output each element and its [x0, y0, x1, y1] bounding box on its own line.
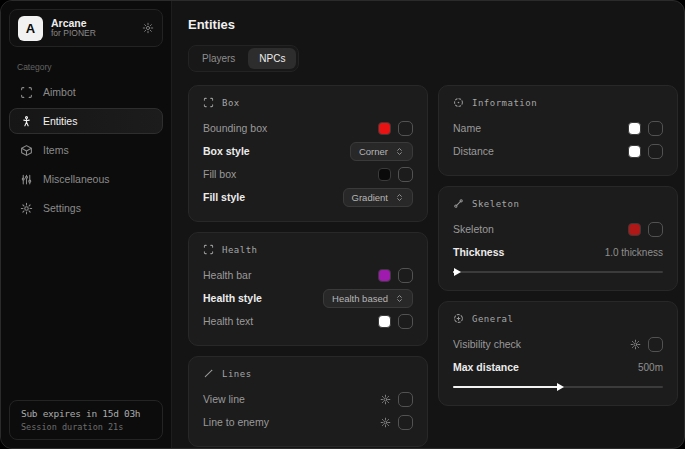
gear-icon[interactable] — [380, 417, 391, 428]
setting-label: Fill box — [203, 168, 236, 180]
page-title: Entities — [188, 17, 670, 32]
info-icon — [453, 97, 464, 108]
tab-players[interactable]: Players — [191, 48, 246, 69]
chevrons-up-down-icon — [395, 147, 404, 156]
person-icon — [20, 115, 33, 128]
dropdown-value: Health based — [332, 293, 388, 304]
information-card-header: Information — [453, 97, 663, 108]
setting-label: Skeleton — [453, 223, 494, 235]
card-title: General — [472, 314, 513, 324]
brand-initial: A — [26, 21, 35, 36]
health-style-dropdown[interactable]: Health based — [323, 289, 413, 308]
setting-row-distance: Distance — [453, 140, 663, 162]
setting-row-max-distance: Max distance 500m — [453, 356, 663, 378]
sidebar-item-items[interactable]: Items — [9, 137, 163, 163]
card-title: Information — [472, 98, 537, 108]
setting-row-line-to-enemy: Line to enemy — [203, 411, 413, 433]
tab-npcs[interactable]: NPCs — [248, 48, 296, 69]
color-swatch[interactable] — [378, 168, 391, 181]
color-swatch[interactable] — [378, 315, 391, 328]
bone-icon — [453, 198, 464, 209]
color-swatch[interactable] — [378, 269, 391, 282]
color-swatch[interactable] — [378, 122, 391, 135]
name-checkbox[interactable] — [648, 121, 663, 136]
thickness-slider[interactable] — [453, 267, 663, 277]
color-swatch[interactable] — [628, 122, 641, 135]
max-distance-slider[interactable] — [453, 382, 663, 392]
left-column: Box Bounding box Box style Corner — [188, 85, 428, 447]
fill-box-checkbox[interactable] — [398, 167, 413, 182]
sidebar-item-miscellaneous[interactable]: Miscellaneous — [9, 166, 163, 192]
color-swatch[interactable] — [628, 145, 641, 158]
sidebar-item-label: Miscellaneous — [43, 173, 110, 185]
gear-icon[interactable] — [142, 22, 154, 34]
line-to-enemy-checkbox[interactable] — [398, 415, 413, 430]
gear-icon[interactable] — [630, 339, 641, 350]
general-card: General Visibility check — [438, 301, 678, 406]
setting-label: Max distance — [453, 361, 519, 373]
setting-row-health-style: Health style Health based — [203, 287, 413, 309]
box-card-header: Box — [203, 97, 413, 108]
lines-card-header: Lines — [203, 368, 413, 379]
sidebar-item-label: Settings — [43, 202, 81, 214]
setting-label: Fill style — [203, 191, 245, 203]
distance-checkbox[interactable] — [648, 144, 663, 159]
box-style-dropdown[interactable]: Corner — [350, 142, 413, 161]
setting-row-fill-style: Fill style Gradient — [203, 186, 413, 208]
setting-row-box-style: Box style Corner — [203, 140, 413, 162]
skeleton-checkbox[interactable] — [648, 222, 663, 237]
sliders-icon — [20, 173, 33, 186]
setting-row-fill-box: Fill box — [203, 163, 413, 185]
thickness-value: 1.0 thickness — [605, 247, 663, 258]
session-duration-text: Session duration 21s — [21, 422, 151, 432]
color-swatch[interactable] — [628, 223, 641, 236]
skeleton-card: Skeleton Skeleton Thickness 1.0 thicknes… — [438, 186, 678, 291]
cube-icon — [20, 144, 33, 157]
fill-style-dropdown[interactable]: Gradient — [343, 188, 413, 207]
general-card-header: General — [453, 313, 663, 324]
health-bar-checkbox[interactable] — [398, 268, 413, 283]
sidebar-item-entities[interactable]: Entities — [9, 108, 163, 134]
setting-label: Box style — [203, 145, 250, 157]
setting-row-view-line: View line — [203, 388, 413, 410]
slider-track[interactable] — [453, 271, 663, 273]
card-title: Lines — [222, 369, 252, 379]
sidebar-item-label: Aimbot — [43, 86, 76, 98]
entity-tabs: Players NPCs — [188, 45, 299, 72]
health-card: Health Health bar Health style Health ba… — [188, 232, 428, 346]
setting-label: Health style — [203, 292, 262, 304]
setting-row-health-bar: Health bar — [203, 264, 413, 286]
slider-thumb[interactable] — [557, 383, 564, 391]
gear-icon[interactable] — [380, 394, 391, 405]
setting-label: Visibility check — [453, 338, 521, 350]
view-line-checkbox[interactable] — [398, 392, 413, 407]
lines-card: Lines View line — [188, 356, 428, 447]
visibility-check-checkbox[interactable] — [648, 337, 663, 352]
brand-subtitle: for PIONER — [51, 29, 134, 39]
card-title: Box — [222, 98, 240, 108]
setting-label: Distance — [453, 145, 494, 157]
sidebar-item-settings[interactable]: Settings — [9, 195, 163, 221]
line-icon — [203, 368, 214, 379]
setting-row-name: Name — [453, 117, 663, 139]
setting-label: Name — [453, 122, 481, 134]
card-title: Health — [222, 245, 258, 255]
bounding-box-checkbox[interactable] — [398, 121, 413, 136]
slider-fill — [453, 386, 558, 388]
setting-row-visibility-check: Visibility check — [453, 333, 663, 355]
slider-thumb[interactable] — [454, 268, 461, 276]
setting-row-skeleton: Skeleton — [453, 218, 663, 240]
sidebar-item-aimbot[interactable]: Aimbot — [9, 79, 163, 105]
health-text-checkbox[interactable] — [398, 314, 413, 329]
dropdown-value: Corner — [359, 146, 388, 157]
setting-row-bounding-box: Bounding box — [203, 117, 413, 139]
box-card: Box Bounding box Box style Corner — [188, 85, 428, 222]
skeleton-card-header: Skeleton — [453, 198, 663, 209]
brand-text: Arcane for PIONER — [51, 17, 134, 39]
right-column: Information Name Distance — [438, 85, 678, 406]
information-card: Information Name Distance — [438, 85, 678, 176]
setting-label: Line to enemy — [203, 416, 269, 428]
setting-label: Health text — [203, 315, 253, 327]
chevrons-up-down-icon — [395, 193, 404, 202]
dropdown-value: Gradient — [352, 192, 388, 203]
